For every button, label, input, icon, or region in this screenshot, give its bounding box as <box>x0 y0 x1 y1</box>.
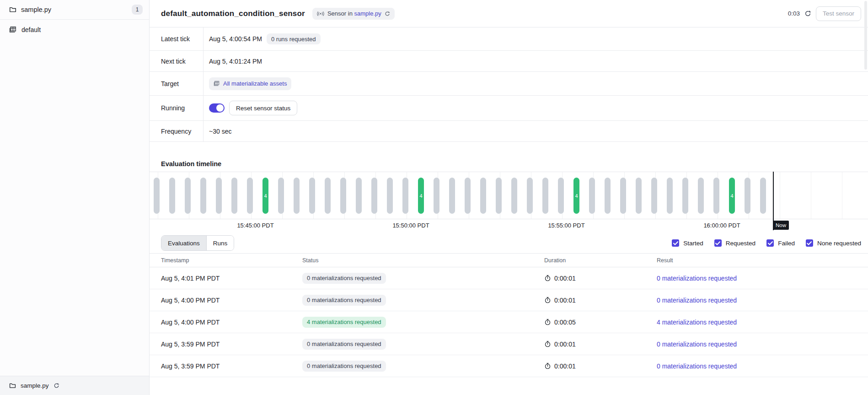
duration-value: 0:00:01 <box>554 297 576 304</box>
reload-icon[interactable] <box>54 383 59 389</box>
tick-bar-skipped[interactable] <box>682 178 688 214</box>
tick-bar-requested[interactable]: 4 <box>418 178 424 214</box>
tick-bar-skipped[interactable] <box>636 178 642 214</box>
latest-tick-time: Aug 5, 4:00:54 PM <box>209 35 262 43</box>
status-filters: StartedRequestedFailedNone requested <box>672 239 861 247</box>
tab-runs[interactable]: Runs <box>206 236 234 250</box>
reload-icon[interactable] <box>385 11 390 16</box>
timeline-axis-label: 15:55:00 PDT <box>548 222 584 229</box>
target-assets-link[interactable]: All materializable assets <box>209 77 291 90</box>
tick-bar-skipped[interactable] <box>340 178 346 214</box>
checkbox-icon[interactable] <box>672 239 679 247</box>
detail-row-next-tick: Next tick Aug 5, 4:01:24 PM <box>150 51 868 72</box>
evaluation-timestamp: Aug 5, 4:01 PM PDT <box>150 275 297 282</box>
tick-bar-skipped[interactable] <box>325 178 331 214</box>
sensor-details: Latest tick Aug 5, 4:00:54 PM 0 runs req… <box>150 27 868 142</box>
tick-bar-skipped[interactable] <box>542 178 548 214</box>
running-toggle[interactable] <box>209 103 225 113</box>
sidebar-item-default-group[interactable]: default <box>0 20 149 40</box>
checkbox-icon[interactable] <box>806 239 813 247</box>
tick-bar-requested[interactable]: 4 <box>263 178 268 214</box>
tick-bar-skipped[interactable] <box>200 178 206 214</box>
tick-bar-skipped[interactable] <box>278 178 284 214</box>
tick-bar-skipped[interactable] <box>387 178 393 214</box>
tick-bar-skipped[interactable] <box>434 178 439 214</box>
tick-bar-skipped[interactable] <box>356 178 362 214</box>
tick-bar-requested[interactable]: 4 <box>729 178 735 214</box>
duration-value: 0:00:01 <box>554 275 576 282</box>
result-link[interactable]: 4 materializations requested <box>657 319 737 326</box>
timeline-chart: 4444 <box>150 172 868 219</box>
checkbox-icon[interactable] <box>714 239 722 247</box>
tick-bar-skipped[interactable] <box>294 178 300 214</box>
result-link[interactable]: 0 materializations requested <box>657 363 737 370</box>
detail-row-target: Target All materializable assets <box>150 72 868 96</box>
column-header-timestamp: Timestamp <box>150 257 297 264</box>
evaluations-table: TimestampStatusDurationResult Aug 5, 4:0… <box>150 253 868 377</box>
timeline-gridline <box>811 172 811 219</box>
filter-label: None requested <box>817 240 861 247</box>
evaluation-row: Aug 5, 4:00 PM PDT4 materializations req… <box>150 311 868 333</box>
tick-bar-skipped[interactable] <box>496 178 502 214</box>
evaluation-timestamp: Aug 5, 3:59 PM PDT <box>150 341 297 348</box>
table-header-row: TimestampStatusDurationResult <box>150 254 868 267</box>
tick-bar-skipped[interactable] <box>698 178 704 214</box>
tick-bar-skipped[interactable] <box>667 178 673 214</box>
tick-bar-skipped[interactable] <box>402 178 408 214</box>
refresh-icon[interactable] <box>804 10 811 17</box>
status-pill: 0 materializations requested <box>302 273 386 284</box>
tick-bar-skipped[interactable] <box>465 178 471 214</box>
code-location-link[interactable]: sample.py <box>354 10 381 17</box>
stopwatch-icon <box>544 341 551 347</box>
tick-bar-skipped[interactable] <box>589 178 595 214</box>
result-link[interactable]: 0 materializations requested <box>657 275 737 282</box>
filter-none-requested[interactable]: None requested <box>806 239 861 247</box>
stopwatch-icon <box>544 275 551 281</box>
tick-bar-skipped[interactable] <box>760 178 766 214</box>
timeline-axis-label: 15:50:00 PDT <box>392 222 429 229</box>
reset-sensor-status-button[interactable]: Reset sensor status <box>229 101 297 115</box>
sidebar-footer-code-location[interactable]: sample.py <box>0 376 149 395</box>
tick-bar-skipped[interactable] <box>745 178 750 214</box>
tick-bar-skipped[interactable] <box>154 178 160 214</box>
tick-bar-skipped[interactable] <box>651 178 657 214</box>
tick-bar-skipped[interactable] <box>216 178 222 214</box>
tick-bar-skipped[interactable] <box>449 178 455 214</box>
duration-value: 0:00:05 <box>554 319 576 326</box>
checkbox-icon[interactable] <box>766 239 774 247</box>
now-tooltip: Now <box>773 221 789 230</box>
tick-bar-skipped[interactable] <box>713 178 719 214</box>
main-panel: default_automation_condition_sensor Sens… <box>150 0 868 395</box>
result-link[interactable]: 0 materializations requested <box>657 341 737 348</box>
filter-failed[interactable]: Failed <box>766 239 795 247</box>
duration-value: 0:00:01 <box>554 363 576 370</box>
tab-evaluations[interactable]: Evaluations <box>161 236 206 250</box>
scrollbar-thumb[interactable] <box>864 1 867 70</box>
list-controls: EvaluationsRuns StartedRequestedFailedNo… <box>150 233 868 253</box>
page-header: default_automation_condition_sensor Sens… <box>150 0 868 27</box>
tick-bar-requested[interactable]: 4 <box>573 178 579 214</box>
sidebar: sample.py 1 default sample.py <box>0 0 150 395</box>
tick-bar-skipped[interactable] <box>558 178 564 214</box>
tick-bar-skipped[interactable] <box>480 178 486 214</box>
status-pill: 0 materializations requested <box>302 295 386 306</box>
test-sensor-button[interactable]: Test sensor <box>816 6 861 21</box>
folder-icon <box>9 6 16 13</box>
tick-bar-skipped[interactable] <box>309 178 315 214</box>
tick-bar-skipped[interactable] <box>169 178 175 214</box>
tick-bar-skipped[interactable] <box>511 178 517 214</box>
tick-bar-skipped[interactable] <box>185 178 191 214</box>
tick-bar-skipped[interactable] <box>371 178 377 214</box>
tick-bar-skipped[interactable] <box>605 178 611 214</box>
evaluation-row: Aug 5, 3:59 PM PDT0 materializations req… <box>150 355 868 377</box>
page-title: default_automation_condition_sensor <box>161 9 305 18</box>
tick-bar-skipped[interactable] <box>527 178 533 214</box>
tick-bar-skipped[interactable] <box>231 178 237 214</box>
status-pill: 0 materializations requested <box>302 361 386 372</box>
filter-requested[interactable]: Requested <box>714 239 755 247</box>
result-link[interactable]: 0 materializations requested <box>657 297 737 304</box>
filter-started[interactable]: Started <box>672 239 703 247</box>
tick-bar-skipped[interactable] <box>247 178 253 214</box>
sidebar-item-code-location[interactable]: sample.py 1 <box>0 0 149 20</box>
tick-bar-skipped[interactable] <box>620 178 626 214</box>
